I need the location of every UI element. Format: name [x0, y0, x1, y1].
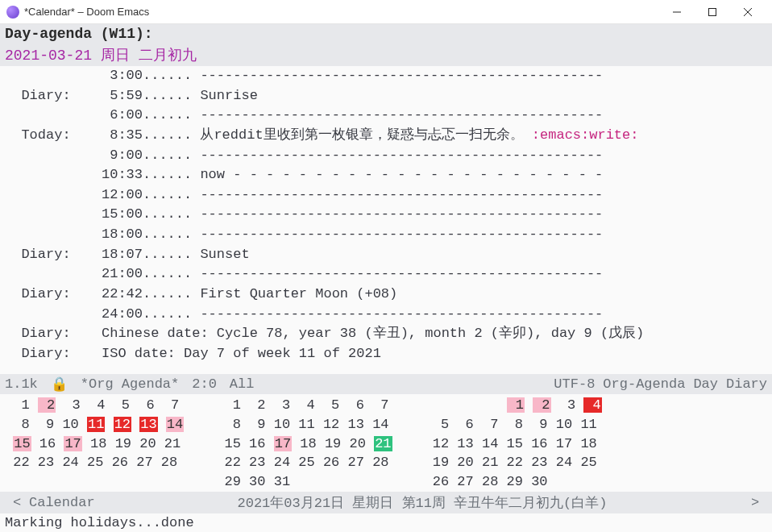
- calendar-day[interactable]: 23: [38, 455, 54, 470]
- calendar-day[interactable]: 15: [507, 436, 523, 451]
- calendar-day[interactable]: 10: [556, 417, 572, 432]
- calendar-day[interactable]: 5: [114, 397, 130, 413]
- calendar-day-marked[interactable]: 14: [166, 417, 184, 432]
- calendar-day[interactable]: 3: [64, 397, 80, 413]
- calendar-day[interactable]: 13: [457, 436, 473, 451]
- calendar-day[interactable]: 13: [348, 417, 364, 432]
- calendar-day[interactable]: 27: [457, 474, 473, 489]
- close-button[interactable]: [730, 1, 766, 23]
- calendar-day[interactable]: 25: [580, 455, 596, 470]
- calendar-day[interactable]: 22: [507, 455, 523, 470]
- calendar-day[interactable]: 25: [298, 455, 314, 470]
- calendar-day[interactable]: 30: [249, 474, 265, 489]
- calendar-day[interactable]: 1: [13, 397, 29, 413]
- calendar-day[interactable]: 18: [580, 436, 596, 451]
- calendar-day[interactable]: 4: [298, 397, 314, 413]
- calendar-day[interactable]: 9: [38, 417, 54, 432]
- calendar-day[interactable]: 23: [249, 455, 265, 470]
- calendar-day[interactable]: 16: [249, 436, 265, 451]
- agenda-line[interactable]: Diary:Chinese date: Cycle 78, year 38 (辛…: [5, 324, 767, 344]
- agenda-line[interactable]: Today: 8:35...... 从reddit里收到第一枚银章，疑惑与忐忑一…: [5, 126, 767, 146]
- calendar-day[interactable]: 11: [580, 417, 596, 432]
- calendar-day[interactable]: 3: [274, 397, 290, 413]
- calendar-day[interactable]: 26: [323, 455, 339, 470]
- calendar-day[interactable]: 27: [348, 455, 364, 470]
- calendar-day[interactable]: 18: [90, 436, 106, 451]
- agenda-line[interactable]: 10:33...... now - - - - - - - - - - - - …: [5, 165, 767, 185]
- calendar-day[interactable]: 19: [325, 436, 341, 451]
- agenda-line[interactable]: Diary:ISO date: Day 7 of week 11 of 2021: [5, 344, 767, 364]
- calendar-day-marked[interactable]: 1: [507, 397, 525, 413]
- calendar-day-marked[interactable]: 15: [13, 436, 31, 451]
- calendar-day[interactable]: 26: [433, 474, 449, 489]
- calendar-day[interactable]: 7: [163, 397, 179, 413]
- calendar-day[interactable]: 28: [372, 455, 388, 470]
- calendar-day[interactable]: 23: [531, 455, 547, 470]
- calendar-next-arrow[interactable]: >: [743, 495, 767, 510]
- calendar-day-holiday[interactable]: 13: [139, 417, 157, 432]
- calendar-day[interactable]: 12: [433, 436, 449, 451]
- calendar-day[interactable]: 24: [62, 455, 78, 470]
- calendar-day[interactable]: 8: [13, 417, 29, 432]
- calendar-day[interactable]: 28: [482, 474, 498, 489]
- calendar-day[interactable]: 7: [482, 417, 498, 432]
- calendar-day[interactable]: 26: [112, 455, 128, 470]
- agenda-line[interactable]: 18:00...... ----------------------------…: [5, 225, 767, 245]
- calendar-day-holiday[interactable]: 11: [87, 417, 105, 432]
- calendar-prev-arrow[interactable]: <: [5, 495, 29, 510]
- calendar-day[interactable]: 9: [531, 417, 547, 432]
- calendar-day-marked[interactable]: 17: [274, 436, 292, 451]
- agenda-line[interactable]: 3:00...... -----------------------------…: [5, 66, 767, 86]
- calendar-day[interactable]: 31: [274, 474, 290, 489]
- calendar-day[interactable]: 30: [531, 474, 547, 489]
- agenda-line[interactable]: 9:00...... -----------------------------…: [5, 146, 767, 166]
- calendar-day[interactable]: 21: [164, 436, 181, 451]
- agenda-line[interactable]: Diary: 5:59...... Sunrise: [5, 86, 767, 106]
- agenda-line[interactable]: 12:00...... ----------------------------…: [5, 185, 767, 206]
- calendar-day[interactable]: 25: [87, 455, 103, 470]
- calendar-day[interactable]: 20: [350, 436, 366, 451]
- calendar-day[interactable]: 24: [274, 455, 290, 470]
- calendar-day[interactable]: 11: [298, 417, 314, 432]
- calendar-day[interactable]: 21: [482, 455, 498, 470]
- calendar-day[interactable]: 3: [559, 397, 575, 413]
- agenda-body[interactable]: 3:00...... -----------------------------…: [0, 66, 772, 374]
- calendar-day[interactable]: [457, 397, 473, 413]
- calendar-day-today[interactable]: 21: [374, 436, 392, 451]
- calendar-day[interactable]: 18: [300, 436, 316, 451]
- calendar-day-marked[interactable]: 2: [38, 397, 56, 413]
- agenda-line[interactable]: 24:00...... ----------------------------…: [5, 305, 767, 325]
- calendar-day-holiday[interactable]: 4: [583, 397, 601, 413]
- calendar-day[interactable]: 16: [39, 436, 56, 451]
- calendar-day[interactable]: 29: [507, 474, 523, 489]
- calendar-day[interactable]: 14: [372, 417, 388, 432]
- calendar-day-holiday[interactable]: 12: [114, 417, 131, 432]
- calendar-day[interactable]: 4: [89, 397, 105, 413]
- calendar-day[interactable]: 27: [136, 455, 152, 470]
- calendar-day[interactable]: 5: [433, 417, 449, 432]
- maximize-button[interactable]: [695, 1, 730, 23]
- agenda-line[interactable]: Diary:22:42...... First Quarter Moon (+0…: [5, 285, 767, 305]
- agenda-line[interactable]: 15:00...... ----------------------------…: [5, 205, 767, 225]
- calendar-day[interactable]: [433, 397, 449, 413]
- calendar-window[interactable]: 1 2 3 4 5 6 7 8 9 10 11 12 13 14 15 16 1…: [0, 394, 772, 492]
- agenda-line[interactable]: 6:00...... -----------------------------…: [5, 106, 767, 126]
- calendar-day[interactable]: 29: [224, 474, 240, 489]
- agenda-line[interactable]: Diary:18:07...... Sunset: [5, 245, 767, 265]
- calendar-day[interactable]: 8: [507, 417, 523, 432]
- calendar-day[interactable]: 6: [348, 397, 364, 413]
- calendar-day[interactable]: 10: [62, 417, 78, 432]
- calendar-day[interactable]: 7: [372, 397, 388, 413]
- calendar-day[interactable]: 19: [115, 436, 131, 451]
- calendar-day[interactable]: 19: [433, 455, 449, 470]
- calendar-day[interactable]: 15: [224, 436, 240, 451]
- calendar-day[interactable]: 20: [139, 436, 156, 451]
- calendar-day[interactable]: 1: [224, 397, 240, 413]
- calendar-day[interactable]: 24: [556, 455, 572, 470]
- calendar-day[interactable]: 10: [274, 417, 290, 432]
- minimize-button[interactable]: [659, 1, 695, 23]
- calendar-day[interactable]: 6: [457, 417, 473, 432]
- calendar-day[interactable]: 16: [531, 436, 547, 451]
- calendar-day[interactable]: 28: [161, 455, 177, 470]
- calendar-day[interactable]: 2: [249, 397, 265, 413]
